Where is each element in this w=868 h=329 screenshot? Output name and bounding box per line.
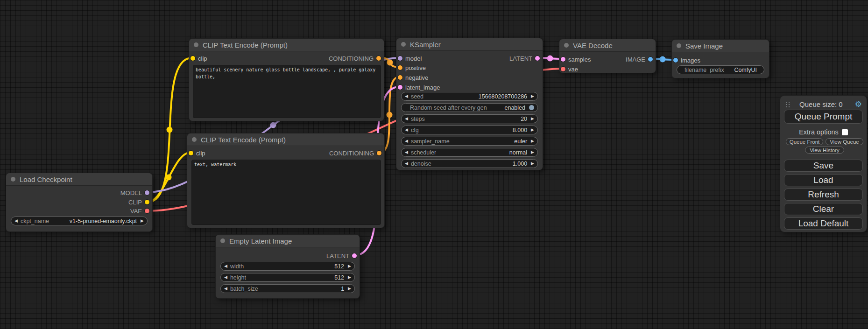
increment-arrow-icon[interactable]: ▶: [531, 139, 534, 143]
input-port-negative[interactable]: [398, 75, 402, 80]
node-title: Save Image: [685, 42, 723, 50]
increment-arrow-icon[interactable]: ▶: [348, 275, 351, 280]
node-title-bar[interactable]: Save Image: [672, 40, 769, 52]
load-default-button[interactable]: Load Default: [784, 217, 863, 230]
queue-panel[interactable]: Queue size: 0 ⚙ Queue Prompt Extra optio…: [780, 95, 867, 232]
node-title: Empty Latent Image: [229, 237, 292, 245]
random-seed-toggle-widget[interactable]: Random seed after every gen enabled: [401, 103, 538, 112]
node-title-bar[interactable]: Load Checkpoint: [6, 173, 152, 186]
node-status-dot[interactable]: [401, 42, 406, 47]
increment-arrow-icon[interactable]: ▶: [348, 287, 351, 291]
prompt-text-area[interactable]: text, watermark: [191, 160, 381, 225]
denoise-widget[interactable]: ◀ denoise 1.000 ▶: [401, 159, 538, 168]
widget-value: 512: [334, 263, 344, 270]
decrement-arrow-icon[interactable]: ◀: [405, 94, 408, 98]
toggle-enabled-icon[interactable]: [529, 105, 534, 110]
ckpt-name-widget[interactable]: ◀ ckpt_name v1-5-pruned-emaonly.ckpt ▶: [11, 217, 148, 225]
node-title-bar[interactable]: KSampler: [396, 38, 543, 51]
increment-arrow-icon[interactable]: ▶: [531, 161, 534, 166]
node-status-dot[interactable]: [220, 238, 225, 243]
decrement-arrow-icon[interactable]: ◀: [405, 161, 408, 166]
widget-value: 20: [521, 116, 527, 122]
node-title-bar[interactable]: Empty Latent Image: [216, 235, 360, 247]
queue-prompt-button[interactable]: Queue Prompt: [784, 110, 863, 124]
decrement-arrow-icon[interactable]: ◀: [224, 287, 227, 291]
decrement-arrow-icon[interactable]: ◀: [14, 219, 18, 223]
queue-front-button[interactable]: Queue Front: [786, 138, 823, 145]
filename-prefix-widget[interactable]: filename_prefix ComfyUI: [677, 65, 764, 74]
decrement-arrow-icon[interactable]: ◀: [405, 117, 408, 121]
load-button[interactable]: Load: [784, 174, 863, 186]
input-port-samples[interactable]: [561, 57, 565, 62]
increment-arrow-icon[interactable]: ▶: [348, 264, 351, 268]
node-ksampler[interactable]: KSampler model LATENT positive negative …: [396, 38, 543, 170]
decrement-arrow-icon[interactable]: ◀: [405, 139, 408, 143]
cfg-widget[interactable]: ◀ cfg 8.000 ▶: [401, 126, 538, 134]
steps-widget[interactable]: ◀ steps 20 ▶: [401, 114, 538, 123]
height-widget[interactable]: ◀ height 512 ▶: [220, 273, 355, 282]
queue-size-label: Queue size: 0: [787, 100, 855, 108]
extra-options-row: Extra options: [780, 128, 867, 136]
port-row-negative: negative: [396, 73, 543, 82]
decrement-arrow-icon[interactable]: ◀: [224, 275, 227, 280]
input-port-clip[interactable]: [191, 56, 195, 61]
batch-size-widget[interactable]: ◀ batch_size 1 ▶: [220, 284, 355, 293]
extra-options-checkbox[interactable]: [842, 129, 848, 135]
input-port-clip[interactable]: [189, 151, 193, 155]
width-widget[interactable]: ◀ width 512 ▶: [220, 262, 355, 271]
widget-label: denoise: [411, 161, 431, 167]
node-status-dot[interactable]: [11, 177, 15, 182]
clear-button[interactable]: Clear: [784, 203, 863, 215]
decrement-arrow-icon[interactable]: ◀: [405, 128, 408, 132]
input-port-images[interactable]: [673, 58, 678, 63]
view-queue-button[interactable]: View Queue: [826, 138, 863, 145]
refresh-button[interactable]: Refresh: [784, 189, 863, 201]
output-port-image[interactable]: [648, 57, 653, 62]
node-clip-text-encode-positive[interactable]: CLIP Text Encode (Prompt) clip CONDITION…: [189, 38, 384, 121]
output-port-model[interactable]: [145, 190, 149, 195]
increment-arrow-icon[interactable]: ▶: [531, 94, 534, 98]
increment-arrow-icon[interactable]: ▶: [531, 128, 534, 132]
sampler-name-widget[interactable]: ◀ sampler_name euler ▶: [401, 137, 538, 146]
output-port-vae[interactable]: [145, 209, 149, 213]
output-port-conditioning[interactable]: [376, 56, 381, 61]
gear-icon[interactable]: ⚙: [855, 100, 862, 108]
save-button[interactable]: Save: [784, 160, 863, 172]
node-status-dot[interactable]: [192, 137, 197, 142]
input-port-vae[interactable]: [561, 67, 565, 71]
decrement-arrow-icon[interactable]: ◀: [405, 150, 408, 154]
increment-arrow-icon[interactable]: ▶: [531, 117, 534, 121]
output-port-latent[interactable]: [352, 253, 357, 258]
prompt-text-area[interactable]: beautiful scenery nature glass bottle la…: [193, 65, 381, 118]
drag-handle-icon[interactable]: [786, 102, 787, 103]
output-port-latent[interactable]: [535, 56, 540, 61]
view-history-button[interactable]: View History: [805, 147, 844, 154]
output-port-clip[interactable]: [145, 200, 149, 204]
widget-label: ckpt_name: [21, 218, 49, 224]
output-port-conditioning[interactable]: [377, 151, 381, 155]
decrement-arrow-icon[interactable]: ◀: [224, 264, 227, 268]
input-port-model[interactable]: [398, 56, 402, 61]
seed-widget[interactable]: ◀ seed 156680208700286 ▶: [401, 92, 538, 101]
node-status-dot[interactable]: [677, 43, 681, 48]
node-status-dot[interactable]: [194, 42, 198, 47]
node-title-bar[interactable]: CLIP Text Encode (Prompt): [189, 39, 384, 51]
input-label-model: model: [405, 55, 422, 62]
input-label-negative: negative: [405, 74, 428, 81]
input-port-latent-image[interactable]: [398, 85, 402, 90]
node-save-image[interactable]: Save Image images filename_prefix ComfyU…: [671, 39, 769, 78]
node-clip-text-encode-negative[interactable]: CLIP Text Encode (Prompt) clip CONDITION…: [187, 133, 385, 228]
output-label-conditioning: CONDITIONING: [329, 150, 374, 157]
node-status-dot[interactable]: [564, 43, 569, 48]
node-title-bar[interactable]: CLIP Text Encode (Prompt): [187, 133, 384, 146]
increment-arrow-icon[interactable]: ▶: [531, 150, 534, 154]
node-title-bar[interactable]: VAE Decode: [559, 39, 656, 52]
increment-arrow-icon[interactable]: ▶: [141, 219, 144, 223]
node-load-checkpoint[interactable]: Load Checkpoint MODEL CLIP VAE ◀ ckpt_na…: [6, 173, 153, 232]
port-row-positive: positive: [396, 63, 543, 72]
input-port-positive[interactable]: [398, 65, 402, 70]
scheduler-widget[interactable]: ◀ scheduler normal ▶: [401, 148, 538, 157]
node-vae-decode[interactable]: VAE Decode samples IMAGE vae: [559, 39, 656, 73]
node-empty-latent-image[interactable]: Empty Latent Image LATENT ◀ width 512 ▶ …: [215, 234, 360, 299]
widget-value: 8.000: [513, 127, 527, 133]
